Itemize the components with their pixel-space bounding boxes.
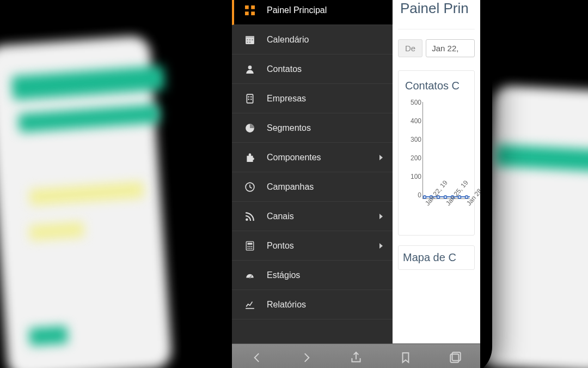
y-tick: 300	[403, 136, 421, 143]
sidebar-item-label: Canais	[267, 212, 379, 221]
y-tick: 100	[403, 173, 421, 180]
svg-rect-13	[248, 96, 249, 97]
sidebar-item-label: Contatos	[267, 64, 393, 74]
svg-rect-12	[247, 94, 253, 103]
date-from-label: De	[398, 39, 422, 57]
sidebar-item-calendar[interactable]: Calendário	[232, 25, 393, 55]
sidebar-item-label: Segmentos	[267, 123, 393, 133]
date-range-row: De Jan 22,	[398, 39, 475, 57]
piechart-icon	[244, 122, 256, 134]
date-from-input[interactable]: Jan 22,	[426, 39, 475, 57]
calendar-icon	[244, 34, 256, 46]
y-tick: 0	[403, 191, 421, 199]
sidebar-item-label: Calendário	[267, 35, 393, 45]
user-icon	[244, 63, 256, 75]
svg-rect-5	[246, 36, 254, 38]
svg-rect-2	[245, 11, 249, 15]
sidebar-item-label: Campanhas	[267, 182, 393, 192]
svg-point-11	[248, 65, 252, 69]
page-title: Painel Prin	[398, 0, 475, 29]
rss-icon	[244, 210, 256, 222]
sidebar-item-label: Componentes	[267, 153, 379, 162]
svg-rect-3	[251, 11, 255, 15]
contacts-card-title: Contatos C	[403, 76, 470, 99]
svg-rect-6	[247, 39, 248, 40]
sidebar: Painel Principal Calendário Contatos Emp…	[232, 0, 393, 368]
chevron-right-icon	[379, 214, 383, 219]
sidebar-item-dashboard[interactable]: Painel Principal	[232, 0, 393, 25]
svg-rect-15	[248, 99, 249, 100]
contacts-chart: 500 400 300 200 100 0	[403, 99, 470, 230]
svg-rect-21	[248, 243, 253, 244]
svg-point-19	[246, 218, 248, 221]
svg-point-24	[251, 246, 252, 247]
gauge-icon	[244, 269, 256, 281]
chevron-right-icon	[379, 243, 383, 249]
y-tick: 200	[403, 154, 421, 162]
grid-icon	[244, 4, 256, 16]
linechart-icon	[244, 299, 256, 311]
y-axis: 500 400 300 200 100 0	[403, 99, 421, 199]
sidebar-item-label: Empresas	[267, 94, 393, 104]
sidebar-item-label: Painel Principal	[267, 5, 393, 15]
sidebar-item-segments[interactable]: Segmentos	[232, 113, 393, 143]
browser-toolbar	[232, 343, 480, 368]
chart-point	[422, 195, 426, 199]
calculator-icon	[244, 240, 256, 252]
map-card-title: Mapa de C	[398, 245, 475, 270]
x-axis: Jan 22, 19 Jan 25, 19 Jan 28	[422, 200, 470, 230]
sidebar-item-label: Pontos	[267, 241, 379, 251]
sidebar-item-companies[interactable]: Empresas	[232, 84, 393, 113]
y-tick: 400	[403, 117, 421, 125]
phone-screen: Painel Principal Calendário Contatos Emp…	[232, 0, 480, 368]
tabs-icon[interactable]	[448, 351, 462, 365]
svg-point-27	[251, 248, 252, 249]
svg-rect-14	[250, 96, 252, 97]
main-content: Painel Prin De Jan 22, Contatos C 500 40…	[393, 0, 480, 368]
sidebar-item-contacts[interactable]: Contatos	[232, 55, 393, 84]
building-icon	[244, 93, 256, 105]
sidebar-item-channels[interactable]: Canais	[232, 202, 393, 231]
clock-icon	[244, 181, 256, 193]
sidebar-item-points[interactable]: Pontos	[232, 231, 393, 261]
sidebar-item-stages[interactable]: Estágios	[232, 261, 393, 290]
phone-frame: Painel Principal Calendário Contatos Emp…	[220, 0, 492, 368]
svg-point-22	[248, 246, 249, 247]
sidebar-item-campaigns[interactable]: Campanhas	[232, 172, 393, 202]
sidebar-item-components[interactable]: Componentes	[232, 143, 393, 172]
svg-rect-10	[249, 41, 250, 43]
svg-rect-16	[250, 99, 252, 100]
svg-rect-1	[251, 5, 255, 9]
svg-point-25	[248, 248, 249, 249]
sidebar-item-reports[interactable]: Relatórios	[232, 290, 393, 319]
svg-point-26	[249, 248, 250, 249]
svg-rect-8	[252, 39, 253, 40]
contacts-card: Contatos C 500 400 300 200 100 0	[398, 70, 475, 236]
svg-rect-7	[249, 39, 250, 40]
share-icon[interactable]	[349, 351, 363, 365]
svg-rect-9	[247, 41, 248, 43]
forward-icon[interactable]	[299, 351, 314, 365]
sidebar-item-label: Relatórios	[267, 300, 393, 310]
bg-accent	[29, 326, 68, 346]
svg-rect-0	[245, 5, 249, 9]
svg-point-23	[249, 246, 250, 247]
y-tick: 500	[403, 99, 421, 106]
back-icon[interactable]	[250, 351, 264, 365]
puzzle-icon	[244, 152, 256, 164]
sidebar-item-label: Estágios	[267, 270, 393, 280]
chevron-right-icon	[379, 155, 383, 160]
bookmarks-icon[interactable]	[399, 351, 413, 365]
